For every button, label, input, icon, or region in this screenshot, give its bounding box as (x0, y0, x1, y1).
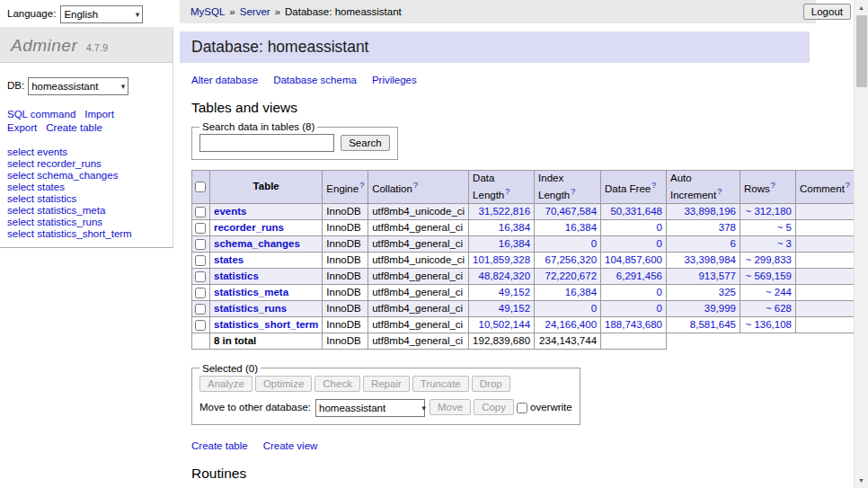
data-length-link[interactable]: 49,152 (499, 287, 530, 297)
data-length-link[interactable]: 10,502,144 (478, 319, 530, 330)
help-link[interactable]: ? (413, 181, 418, 190)
rows-link[interactable]: ~ 136,108 (746, 319, 792, 330)
index-length-link[interactable]: 70,467,584 (545, 206, 597, 217)
table-name-link[interactable]: recorder_runs (214, 222, 284, 233)
auto-increment-link[interactable]: 6 (731, 238, 736, 249)
rows-link[interactable]: ~ 299,833 (746, 254, 792, 265)
search-button[interactable]: Search (341, 135, 389, 151)
help-link[interactable]: ? (717, 187, 722, 196)
scrollbar-up-icon[interactable]: ▲ (855, 0, 868, 15)
auto-increment-link[interactable]: 325 (719, 287, 736, 297)
drop-button[interactable]: Drop (472, 376, 510, 392)
help-link[interactable]: ? (571, 187, 575, 196)
auto-increment-link[interactable]: 378 (719, 222, 736, 233)
data-length-link[interactable]: 16,384 (499, 238, 530, 249)
auto-increment-link[interactable]: 33,898,196 (684, 206, 736, 217)
data-free-link[interactable]: 6,291,456 (616, 271, 662, 281)
row-checkbox[interactable] (195, 207, 206, 217)
scrollbar-thumb[interactable] (856, 15, 867, 87)
repair-button[interactable]: Repair (363, 376, 410, 392)
table-name-link[interactable]: statistics_meta (214, 287, 288, 297)
sql-command-link[interactable]: SQL command (7, 109, 75, 120)
overwrite-checkbox[interactable] (517, 403, 527, 413)
move-db-select[interactable]: homeassistant (315, 399, 425, 417)
help-link[interactable]: ? (505, 187, 509, 196)
index-length-link[interactable]: 24,166,400 (545, 319, 597, 330)
rows-link[interactable]: ~ 569,159 (746, 271, 792, 281)
create-table-link-main[interactable]: Create table (191, 440, 248, 451)
sidebar-table-link[interactable]: select recorder_runs (7, 158, 102, 169)
check-button[interactable]: Check (314, 376, 360, 392)
rows-link[interactable]: ~ 244 (766, 287, 792, 297)
auto-increment-link[interactable]: 33,398,984 (684, 254, 736, 265)
index-length-link[interactable]: 72,220,672 (545, 271, 597, 281)
data-free-link[interactable]: 0 (657, 303, 662, 314)
table-name-link[interactable]: schema_changes (214, 238, 300, 249)
data-length-link[interactable]: 31,522,816 (478, 206, 530, 217)
sidebar-table-link[interactable]: select statistics_meta (7, 205, 105, 216)
table-name-link[interactable]: statistics_short_term (214, 319, 318, 330)
index-length-link[interactable]: 67,256,320 (545, 254, 597, 265)
data-length-link[interactable]: 101,859,328 (473, 254, 530, 265)
scrollbar-down-icon[interactable]: ▼ (855, 473, 868, 488)
language-select[interactable]: English (60, 5, 143, 23)
sidebar-table-link[interactable]: select statistics (7, 193, 76, 204)
select-all-checkbox[interactable] (195, 182, 206, 192)
rows-link[interactable]: ~ 312,180 (746, 206, 792, 217)
analyze-button[interactable]: Analyze (199, 376, 252, 392)
breadcrumb-mysql-link[interactable]: MySQL (190, 6, 225, 17)
sidebar-table-link[interactable]: select statistics_short_term (7, 228, 132, 239)
privileges-link[interactable]: Privileges (372, 75, 417, 85)
scrollbar[interactable]: ▲ ▼ (854, 0, 868, 488)
sidebar-table-link[interactable]: select statistics_runs (7, 217, 102, 227)
table-name-link[interactable]: statistics_runs (214, 303, 287, 314)
create-table-link-side[interactable]: Create table (46, 122, 102, 133)
table-name-link[interactable]: statistics (214, 271, 259, 281)
data-length-link[interactable]: 49,152 (499, 303, 530, 314)
optimize-button[interactable]: Optimize (255, 376, 312, 392)
help-link[interactable]: ? (359, 181, 364, 190)
row-checkbox[interactable] (195, 304, 206, 315)
index-length-link[interactable]: 16,384 (565, 287, 597, 297)
breadcrumb-server-link[interactable]: Server (240, 6, 270, 17)
create-view-link[interactable]: Create view (263, 440, 318, 451)
row-checkbox[interactable] (195, 255, 206, 266)
data-free-link[interactable]: 104,857,600 (605, 254, 662, 265)
data-length-link[interactable]: 16,384 (499, 222, 530, 233)
move-button[interactable]: Move (430, 399, 471, 415)
data-free-link[interactable]: 50,331,648 (610, 206, 662, 217)
row-checkbox[interactable] (195, 223, 206, 234)
data-length-link[interactable]: 48,824,320 (478, 271, 530, 281)
data-free-link[interactable]: 0 (657, 287, 662, 297)
help-link[interactable]: ? (651, 181, 656, 190)
copy-button[interactable]: Copy (474, 399, 514, 415)
sidebar-table-link[interactable]: select states (7, 182, 65, 192)
rows-link[interactable]: ~ 5 (777, 222, 792, 233)
export-link[interactable]: Export (7, 122, 37, 133)
row-checkbox[interactable] (195, 239, 206, 250)
index-length-link[interactable]: 0 (591, 238, 597, 249)
auto-increment-link[interactable]: 913,577 (698, 271, 736, 281)
db-select[interactable]: homeassistant (28, 77, 128, 95)
rows-link[interactable]: ~ 628 (766, 303, 792, 314)
sidebar-table-link[interactable]: select events (7, 146, 67, 157)
data-free-link[interactable]: 0 (657, 222, 662, 233)
alter-database-link[interactable]: Alter database (191, 75, 258, 85)
data-free-link[interactable]: 188,743,680 (605, 319, 662, 330)
auto-increment-link[interactable]: 39,999 (704, 303, 736, 314)
help-link[interactable]: ? (771, 181, 775, 190)
row-checkbox[interactable] (195, 271, 206, 282)
search-input[interactable] (199, 134, 334, 152)
logout-button[interactable]: Logout (803, 4, 851, 20)
data-free-link[interactable]: 0 (657, 238, 662, 249)
truncate-button[interactable]: Truncate (412, 376, 469, 392)
row-checkbox[interactable] (195, 320, 206, 331)
auto-increment-link[interactable]: 8,581,645 (690, 319, 736, 330)
help-link[interactable]: ? (846, 181, 850, 190)
table-name-link[interactable]: events (214, 206, 246, 217)
import-link[interactable]: Import (84, 109, 114, 120)
database-schema-link[interactable]: Database schema (273, 75, 357, 85)
index-length-link[interactable]: 0 (591, 303, 597, 314)
index-length-link[interactable]: 16,384 (565, 222, 597, 233)
sidebar-table-link[interactable]: select schema_changes (7, 170, 118, 181)
